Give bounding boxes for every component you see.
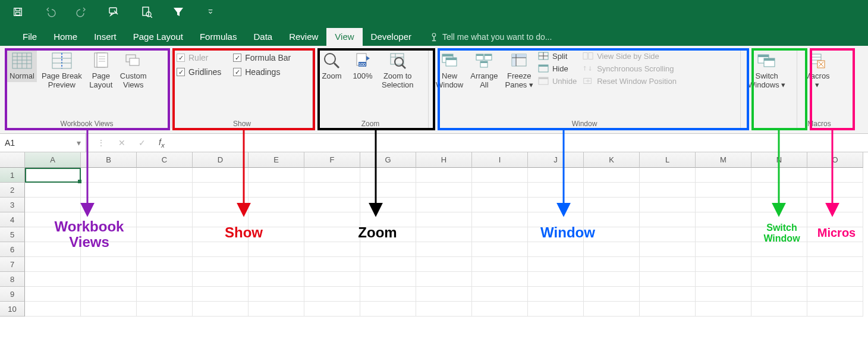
cell[interactable] [751,257,807,272]
cell[interactable] [81,257,137,272]
cell[interactable] [751,272,807,287]
spreadsheet-grid[interactable]: ABCDEFGHIJKLMNO 12345678910 [0,152,868,317]
cell[interactable] [696,198,751,212]
cell[interactable] [249,227,304,242]
formula-input[interactable] [175,134,868,152]
cell[interactable] [807,227,863,242]
cell[interactable] [751,168,807,183]
cell[interactable] [137,168,193,183]
cell[interactable] [640,227,696,242]
cell[interactable] [696,302,751,317]
new-window-button[interactable]: New Window [433,49,466,91]
tab-view[interactable]: View [326,28,362,46]
cell[interactable] [584,242,640,257]
cell[interactable] [528,242,584,257]
page-layout-button[interactable]: Page Layout [87,49,115,91]
cell[interactable] [472,257,528,272]
cell[interactable] [137,257,193,272]
cell[interactable] [584,287,640,302]
cell[interactable] [137,212,193,227]
cell[interactable] [528,272,584,287]
insert-function-icon[interactable]: fx [159,137,165,149]
comment-icon[interactable] [108,6,120,18]
cell[interactable] [807,168,863,183]
cell[interactable] [472,198,528,212]
cell[interactable] [81,168,137,183]
arrange-all-button[interactable]: Arrange All [468,49,500,91]
row-header[interactable]: 3 [0,198,25,212]
tab-file[interactable]: File [14,28,45,46]
select-all-corner[interactable] [0,152,25,168]
cell[interactable] [249,242,304,257]
cell[interactable] [25,227,81,242]
cell[interactable] [304,168,360,183]
cell[interactable] [360,287,416,302]
cell[interactable] [304,183,360,198]
cell[interactable] [25,257,81,272]
row-header[interactable]: 9 [0,287,25,302]
cell[interactable] [25,198,81,212]
cell[interactable] [528,198,584,212]
row-header[interactable]: 7 [0,257,25,272]
cell[interactable] [584,212,640,227]
cell[interactable] [807,212,863,227]
row-header[interactable]: 4 [0,212,25,227]
redo-icon[interactable] [76,6,88,18]
tab-insert[interactable]: Insert [86,28,125,46]
cell[interactable] [416,257,472,272]
cell[interactable] [360,183,416,198]
zoom-button[interactable]: Zoom [317,49,346,82]
cell[interactable] [304,272,360,287]
cell[interactable] [193,198,249,212]
undo-icon[interactable] [44,6,56,18]
cell[interactable] [528,212,584,227]
tab-developer[interactable]: Developer [363,28,420,46]
cell[interactable] [640,287,696,302]
column-header[interactable]: B [81,152,137,168]
cell[interactable] [81,183,137,198]
cell[interactable] [751,183,807,198]
cell[interactable] [751,302,807,317]
cell[interactable] [25,242,81,257]
cell[interactable] [416,242,472,257]
name-box[interactable]: A1▾ [0,134,86,152]
cell[interactable] [807,257,863,272]
macros-button[interactable]: Macros ▾ [802,49,832,91]
cell[interactable] [249,183,304,198]
cell[interactable] [528,227,584,242]
cell[interactable] [360,272,416,287]
cell[interactable] [416,227,472,242]
column-header[interactable]: G [360,152,416,168]
row-header[interactable]: 1 [0,168,25,183]
cell[interactable] [81,227,137,242]
cell[interactable] [696,183,751,198]
column-header[interactable]: D [193,152,249,168]
cell[interactable] [81,212,137,227]
cell[interactable] [249,272,304,287]
cell[interactable] [472,272,528,287]
cell[interactable] [137,242,193,257]
row-header[interactable]: 5 [0,227,25,242]
cell[interactable] [416,212,472,227]
column-header[interactable]: O [807,152,863,168]
cell[interactable] [807,287,863,302]
cell[interactable] [416,168,472,183]
cell[interactable] [304,302,360,317]
tab-review[interactable]: Review [281,28,326,46]
cell[interactable] [751,198,807,212]
formula-bar-checkbox[interactable]: Formula Bar [233,53,291,62]
row-header[interactable]: 2 [0,183,25,198]
tab-data[interactable]: Data [245,28,281,46]
cell[interactable] [193,227,249,242]
cell[interactable] [640,272,696,287]
cell[interactable] [360,302,416,317]
cell[interactable] [137,272,193,287]
cell[interactable] [640,183,696,198]
cell[interactable] [193,287,249,302]
cell[interactable] [584,272,640,287]
cell[interactable] [751,287,807,302]
column-header[interactable]: I [472,152,528,168]
cell[interactable] [528,257,584,272]
cell[interactable] [249,168,304,183]
switch-windows-button[interactable]: Switch Windows ▾ [746,49,788,91]
